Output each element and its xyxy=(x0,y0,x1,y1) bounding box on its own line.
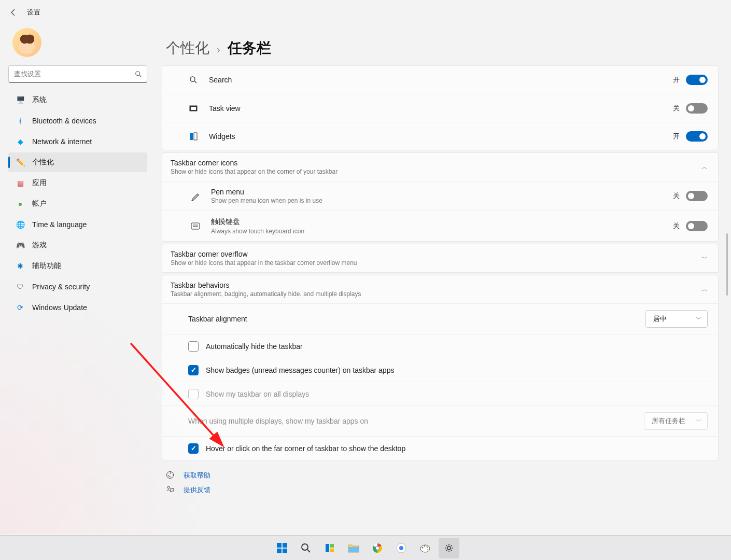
sidebar-item-2[interactable]: ◆Network & internet xyxy=(8,132,147,151)
check-label: Show badges (unread messages counter) on… xyxy=(206,366,394,374)
svg-point-28 xyxy=(399,546,403,550)
nav-icon: 🛡 xyxy=(16,282,25,291)
toggle-touch[interactable] xyxy=(686,221,708,231)
sidebar-item-3[interactable]: ✏️个性化 xyxy=(8,152,147,172)
alignment-select[interactable]: 居中 ﹀ xyxy=(645,310,708,328)
search-input[interactable] xyxy=(8,65,147,83)
sidebar-item-0[interactable]: 🖥️系统 xyxy=(8,90,147,110)
widgets-icon xyxy=(188,131,199,142)
taskbar-paint-icon[interactable] xyxy=(415,538,435,558)
checkbox-badges[interactable] xyxy=(188,365,199,375)
svg-point-18 xyxy=(302,544,308,550)
toggle-search[interactable] xyxy=(686,75,708,85)
nav-icon: 🌐 xyxy=(16,220,25,229)
start-button[interactable] xyxy=(272,538,292,558)
checkbox-all-displays xyxy=(188,389,199,399)
check-label: Automatically hide the taskbar xyxy=(206,342,303,351)
taskbar-chrome2-icon[interactable] xyxy=(391,538,412,558)
group-title: Taskbar corner overflow xyxy=(171,250,701,258)
taskview-icon xyxy=(188,103,199,114)
sidebar-item-7[interactable]: 🎮游戏 xyxy=(8,235,147,255)
nav-icon: ⟳ xyxy=(16,303,25,312)
sidebar-item-10[interactable]: ⟳Windows Update xyxy=(8,298,147,317)
toggle-state: 关 xyxy=(673,221,680,231)
group-overflow[interactable]: Taskbar corner overflow Show or hide ico… xyxy=(162,244,718,272)
nav-icon: ✱ xyxy=(16,261,25,271)
taskbar-explorer-icon[interactable] xyxy=(343,538,364,558)
search-box[interactable] xyxy=(8,65,147,83)
toggle-state: 开 xyxy=(673,75,680,85)
checkbox-hover-corner[interactable] xyxy=(188,443,199,454)
group-corner-icons[interactable]: Taskbar corner icons Show or hide icons … xyxy=(162,153,718,181)
svg-rect-21 xyxy=(330,544,334,548)
svg-rect-17 xyxy=(283,549,287,553)
group-behaviors[interactable]: Taskbar behaviors Taskbar alignment, bad… xyxy=(162,275,718,303)
sidebar-item-1[interactable]: ᚼBluetooth & devices xyxy=(8,111,147,131)
toggle-pen[interactable] xyxy=(686,191,708,201)
sidebar-item-8[interactable]: ✱辅助功能 xyxy=(8,256,147,276)
windows-taskbar[interactable] xyxy=(0,535,731,560)
back-button[interactable] xyxy=(8,7,19,18)
svg-rect-22 xyxy=(330,549,334,552)
feedback-icon xyxy=(166,485,175,495)
svg-rect-14 xyxy=(277,543,282,548)
nav-label: Network & internet xyxy=(32,137,92,146)
group-subtitle: Show or hide icons that appear on the co… xyxy=(171,168,701,175)
svg-rect-20 xyxy=(326,544,329,552)
scrollbar[interactable] xyxy=(724,36,729,529)
sidebar-item-4[interactable]: ▦应用 xyxy=(8,173,147,193)
sidebar-item-9[interactable]: 🛡Privacy & security xyxy=(8,277,147,297)
chevron-down-icon: ﹀ xyxy=(696,417,702,426)
svg-point-33 xyxy=(427,549,429,550)
taskbar-settings-icon[interactable] xyxy=(439,538,459,558)
svg-point-12 xyxy=(167,486,170,488)
feedback-link[interactable]: 提供反馈 xyxy=(166,485,719,495)
sidebar-item-5[interactable]: ●帐户 xyxy=(8,194,147,214)
nav-label: 个性化 xyxy=(32,158,54,167)
nav-icon: ● xyxy=(16,199,25,208)
nav-label: Bluetooth & devices xyxy=(32,117,96,125)
svg-point-34 xyxy=(447,547,451,550)
nav-icon: ▦ xyxy=(16,178,25,188)
nav-label: 系统 xyxy=(32,95,47,105)
taskbar-chrome-icon[interactable] xyxy=(367,538,388,558)
svg-point-26 xyxy=(376,547,379,550)
alignment-label: Taskbar alignment xyxy=(188,315,645,323)
keyboard-icon xyxy=(190,221,201,231)
multidisp-value: 所有任务栏 xyxy=(652,416,685,426)
link-text: 获取帮助 xyxy=(184,471,210,480)
taskbar-search-icon[interactable] xyxy=(296,538,316,558)
app-title: 设置 xyxy=(27,8,40,17)
breadcrumb-parent[interactable]: 个性化 xyxy=(166,38,209,58)
toggle-taskview[interactable] xyxy=(686,103,708,114)
checkbox-autohide[interactable] xyxy=(188,341,199,352)
nav-icon: ✏️ xyxy=(16,158,25,167)
multidisp-label: When using multiple displays, show my ta… xyxy=(188,417,368,425)
svg-rect-6 xyxy=(190,133,193,140)
svg-point-32 xyxy=(427,546,428,548)
nav-icon: ◆ xyxy=(16,137,25,146)
sidebar-item-6[interactable]: 🌐Time & language xyxy=(8,215,147,234)
toggle-widgets[interactable] xyxy=(686,131,708,142)
svg-line-3 xyxy=(194,81,196,83)
chevron-down-icon: ﹀ xyxy=(696,315,702,324)
chevron-up-icon: ︿ xyxy=(701,163,708,172)
check-label: Hover or click on the far corner of task… xyxy=(206,444,405,453)
get-help-link[interactable]: 获取帮助 xyxy=(166,471,719,480)
setting-pen-label: Pen menu xyxy=(211,188,673,196)
chevron-down-icon: ﹀ xyxy=(701,254,708,263)
user-avatar[interactable] xyxy=(12,28,41,57)
svg-rect-5 xyxy=(191,107,196,110)
svg-point-11 xyxy=(167,472,174,479)
group-title: Taskbar corner icons xyxy=(171,159,701,167)
help-icon xyxy=(166,471,175,480)
taskbar-widgets-icon[interactable] xyxy=(319,538,340,558)
svg-rect-15 xyxy=(283,543,287,548)
nav-label: 应用 xyxy=(32,178,47,188)
nav-label: 辅助功能 xyxy=(32,261,61,271)
group-subtitle: Show or hide icons that appear in the ta… xyxy=(171,259,701,267)
svg-rect-7 xyxy=(194,133,197,140)
setting-touch-label: 触摸键盘 xyxy=(211,217,673,227)
check-label: Show my taskbar on all displays xyxy=(206,390,309,398)
nav-icon: 🎮 xyxy=(16,241,25,250)
